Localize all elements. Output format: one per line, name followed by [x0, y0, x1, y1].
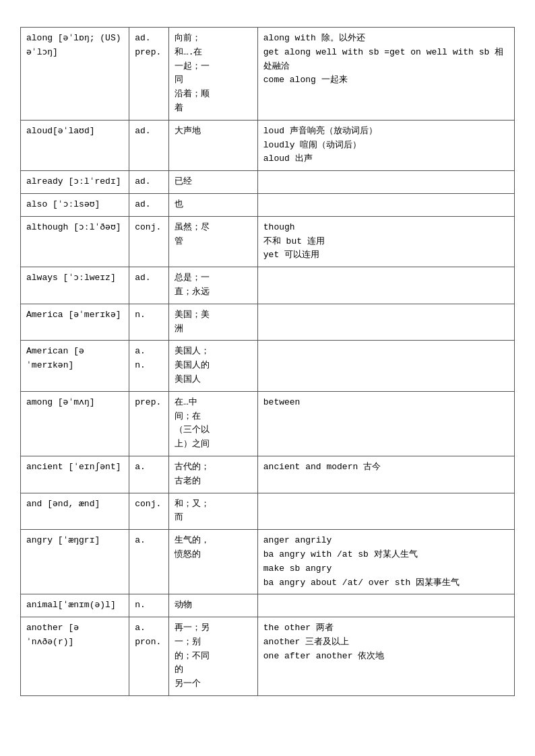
- table-row: already [ɔːlˈredɪ]ad.已经: [21, 171, 515, 194]
- pos-cell: n.: [129, 594, 169, 617]
- note-cell: [257, 493, 514, 530]
- word-cell: American [əˈmerɪkən]: [21, 341, 129, 391]
- note-cell: [257, 193, 514, 216]
- note-cell: ancient and modern 古今: [257, 456, 514, 493]
- table-row: another [əˈnʌðə(r)]a.pron.再一；另一；别的；不同的另一…: [21, 617, 515, 696]
- pos-cell: a.pron.: [129, 617, 169, 696]
- cn-cell: 总是；一直；永远: [168, 267, 257, 304]
- pos-cell: ad.: [129, 267, 169, 304]
- word-cell: angry [ˈæŋgrɪ]: [21, 530, 129, 594]
- cn-cell: 再一；另一；别的；不同的另一个: [168, 617, 257, 696]
- note-cell: though不和 but 连用yet 可以连用: [257, 216, 514, 267]
- word-cell: animal[ˈænɪm(ə)l]: [21, 594, 129, 617]
- table-row: ancient [ˈeɪnʃənt]a.古代的；古老的ancient and m…: [21, 456, 515, 493]
- pos-cell: ad.prep.: [129, 28, 169, 121]
- table-row: also [ˈɔːlsəʊ]ad.也: [21, 193, 515, 216]
- cn-cell: 虽然；尽管: [168, 216, 257, 267]
- pos-cell: a.: [129, 456, 169, 493]
- cn-cell: 美国；美洲: [168, 304, 257, 341]
- pos-cell: conj.: [129, 216, 169, 267]
- note-cell: [257, 341, 514, 391]
- word-cell: aloud[əˈlaʊd]: [21, 120, 129, 170]
- word-cell: although [ɔːlˈðəʊ]: [21, 216, 129, 267]
- dictionary-table: along [əˈlɒŋ; (US) əˈlɔŋ]ad.prep.向前；和….在…: [20, 27, 515, 696]
- pos-cell: n.: [129, 304, 169, 341]
- word-cell: and [ənd, ænd]: [21, 493, 129, 530]
- cn-cell: 生气的，愤怒的: [168, 530, 257, 594]
- word-cell: another [əˈnʌðə(r)]: [21, 617, 129, 696]
- note-cell: along with 除。以外还get along well with sb =…: [257, 28, 514, 121]
- table-row: angry [ˈæŋgrɪ]a.生气的，愤怒的anger angrilyba a…: [21, 530, 515, 594]
- word-cell: along [əˈlɒŋ; (US) əˈlɔŋ]: [21, 28, 129, 121]
- table-row: along [əˈlɒŋ; (US) əˈlɔŋ]ad.prep.向前；和….在…: [21, 28, 515, 121]
- pos-cell: ad.: [129, 120, 169, 170]
- pos-cell: a.: [129, 530, 169, 594]
- cn-cell: 也: [168, 193, 257, 216]
- pos-cell: prep.: [129, 391, 169, 456]
- pos-cell: ad.: [129, 171, 169, 194]
- cn-cell: 大声地: [168, 120, 257, 170]
- table-row: always [ˈɔːlweɪz]ad.总是；一直；永远: [21, 267, 515, 304]
- pos-cell: a.n.: [129, 341, 169, 391]
- word-cell: also [ˈɔːlsəʊ]: [21, 193, 129, 216]
- table-row: and [ənd, ænd]conj.和；又；而: [21, 493, 515, 530]
- note-cell: [257, 267, 514, 304]
- table-row: among [əˈmʌŋ]prep.在…中间；在（三个以上）之间between: [21, 391, 515, 456]
- table-row: American [əˈmerɪkən]a.n.美国人；美国人的美国人: [21, 341, 515, 391]
- cn-cell: 在…中间；在（三个以上）之间: [168, 391, 257, 456]
- note-cell: between: [257, 391, 514, 456]
- table-row: aloud[əˈlaʊd]ad.大声地loud 声音响亮（放动词后）loudly…: [21, 120, 515, 170]
- cn-cell: 和；又；而: [168, 493, 257, 530]
- table-row: although [ɔːlˈðəʊ]conj.虽然；尽管though不和 but…: [21, 216, 515, 267]
- cn-cell: 美国人；美国人的美国人: [168, 341, 257, 391]
- note-cell: loud 声音响亮（放动词后）loudly 喧闹（动词后）aloud 出声: [257, 120, 514, 170]
- table-row: animal[ˈænɪm(ə)l]n.动物: [21, 594, 515, 617]
- word-cell: ancient [ˈeɪnʃənt]: [21, 456, 129, 493]
- pos-cell: conj.: [129, 493, 169, 530]
- cn-cell: 动物: [168, 594, 257, 617]
- note-cell: [257, 594, 514, 617]
- note-cell: [257, 304, 514, 341]
- note-cell: the other 两者another 三者及以上one after anoth…: [257, 617, 514, 696]
- cn-cell: 古代的；古老的: [168, 456, 257, 493]
- pos-cell: ad.: [129, 193, 169, 216]
- note-cell: anger angrilyba angry with /at sb 对某人生气m…: [257, 530, 514, 594]
- word-cell: among [əˈmʌŋ]: [21, 391, 129, 456]
- cn-cell: 向前；和….在一起；一同沿着；顺着: [168, 28, 257, 121]
- word-cell: America [əˈmerɪkə]: [21, 304, 129, 341]
- cn-cell: 已经: [168, 171, 257, 194]
- word-cell: already [ɔːlˈredɪ]: [21, 171, 129, 194]
- table-row: America [əˈmerɪkə]n.美国；美洲: [21, 304, 515, 341]
- note-cell: [257, 171, 514, 194]
- word-cell: always [ˈɔːlweɪz]: [21, 267, 129, 304]
